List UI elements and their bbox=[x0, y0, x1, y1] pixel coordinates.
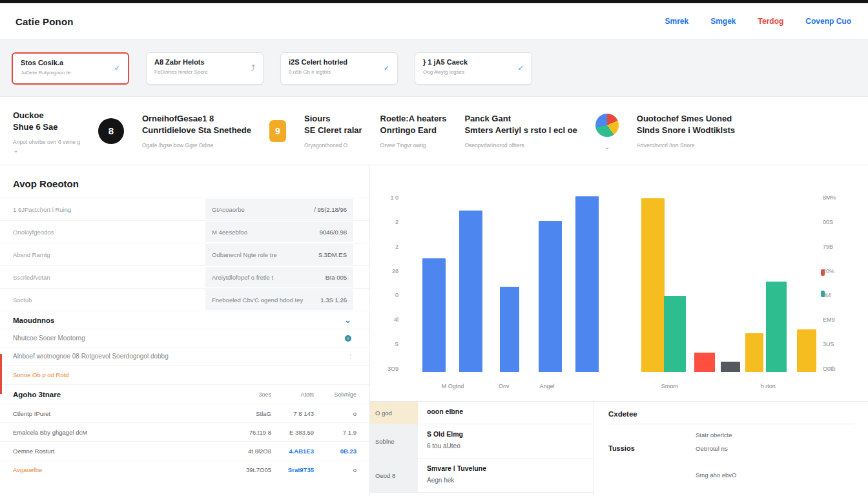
feature-icon-item: ⌄ bbox=[595, 114, 619, 149]
y-tick-label: 2 bbox=[377, 219, 398, 225]
feature-title: Slnds Snore i Wodtiklsts bbox=[637, 125, 735, 136]
table-row: Emalcela Bby ghgagel dcM76.t19 8E 383.59… bbox=[0, 422, 369, 441]
stat-card[interactable]: Stos Cosik.aJuDete Rutymgnon te✓ bbox=[12, 52, 129, 85]
table-cell[interactable]: 4.AB1E3 bbox=[271, 448, 314, 455]
chevron-down-icon[interactable]: ⌄ bbox=[344, 318, 351, 323]
report-row-label: Absnd Ramtg bbox=[0, 243, 205, 265]
table-cell: 76.t19 8 bbox=[229, 429, 271, 436]
y-tick-label: S bbox=[377, 341, 398, 347]
accordion-row[interactable]: Alnboef wrotnognoe 08 Rotgoevol Soerdogn… bbox=[0, 347, 369, 365]
right-tick-label: 00S bbox=[823, 219, 849, 225]
feature-caption: Osenpvdw/inorod ofhers bbox=[464, 142, 577, 149]
check-icon: ✓ bbox=[518, 64, 524, 72]
feature-title: Roetle:A heaters bbox=[380, 113, 447, 125]
accordion-row[interactable]: Nhutcoe Sooer Mootorng bbox=[0, 329, 369, 347]
schedule-key: Oeod 8 bbox=[370, 459, 418, 492]
report-row-name: Fneboeled Cbv'C ogend hdod tey bbox=[212, 296, 303, 304]
y-tick-label: 28 bbox=[377, 268, 398, 274]
feature-title: OrneihofGesae1 8 bbox=[142, 113, 251, 125]
stats-table-columns: 3oesAtotsSolvnlge bbox=[229, 391, 356, 398]
stats-table: Agoho 3tnare 3oesAtotsSolvnlge Ctlentp I… bbox=[0, 384, 369, 479]
pie-chart-icon[interactable] bbox=[595, 114, 619, 137]
more-icon[interactable]: : bbox=[349, 353, 351, 360]
table-row: Ctlentp IPuretStlaG7 8 143o bbox=[0, 404, 369, 422]
chevron-down-icon[interactable]: ⌄ bbox=[13, 148, 80, 152]
schedule-line: S Old Elmg bbox=[427, 430, 584, 438]
column-header: Atots bbox=[271, 391, 314, 398]
schedule-row: O godooon elbne bbox=[370, 402, 594, 424]
app-title: Catie Ponon bbox=[16, 16, 74, 27]
y-tick-label: 2 bbox=[377, 243, 398, 250]
report-row-value: 1.3S 1.26 bbox=[320, 296, 347, 304]
bar-chart: 1 0222804lS3O9 8M%00S79B20%0t4EM93USO0tb… bbox=[370, 165, 868, 401]
nav-link[interactable]: Smgek bbox=[710, 17, 736, 26]
right-area: 1 0222804lS3O9 8M%00S79B20%0t4EM93USO0tb… bbox=[370, 165, 868, 496]
feature-icon-item: 8 bbox=[98, 118, 124, 144]
nav-link[interactable]: Smrek bbox=[665, 17, 688, 26]
schedule-line: ooon elbne bbox=[427, 408, 584, 415]
accordion-label: Nhutcoe Sooer Mootorng bbox=[13, 335, 85, 342]
details-lines: Statr oberlcteOetrrotel ns bbox=[696, 431, 854, 452]
chart-x-labels: M OgtndOnvAngelSmornh rton bbox=[404, 383, 813, 391]
nav-link[interactable]: Covenp Cuo bbox=[805, 17, 851, 26]
table-cell: 4t 8l2O8 bbox=[229, 448, 271, 455]
table-row-label: Emalcela Bby ghgagel dcM bbox=[13, 429, 229, 436]
stat-card[interactable]: A8 Zabr HelotsFeDintres hinder Spere⤴ bbox=[146, 52, 264, 85]
stats-table-header: Agoho 3tnare 3oesAtotsSolvnlge bbox=[0, 384, 369, 404]
accordion-label: Maoudnnos bbox=[13, 316, 55, 324]
nav-link[interactable]: Terdog bbox=[758, 17, 784, 26]
accordion-row[interactable]: Maoudnnos⌄ bbox=[0, 311, 369, 329]
right-tick-label: 3US bbox=[823, 341, 849, 347]
chart-bar bbox=[575, 196, 599, 372]
feature-title: Panck Gant bbox=[464, 113, 577, 125]
features-row: OuckoeShue 6 SaeAnpot ohvrbe ovrr 6 vvin… bbox=[0, 97, 868, 165]
schedule-row: SoblneS Old Elmg6 tou aUteo bbox=[370, 424, 594, 459]
table-row: Oemne Rosturt4t 8l2O84.AB1E30B.23 bbox=[0, 441, 369, 460]
report-row-name: Areiytdlofopef o fretle t bbox=[212, 274, 273, 281]
chart-bar bbox=[797, 329, 816, 372]
chart-bar bbox=[500, 287, 519, 372]
feature-title: Shue 6 Sae bbox=[13, 121, 80, 133]
feature-title: Smters Aertiyl s rsto l ecl oe bbox=[464, 125, 577, 136]
table-cell[interactable]: Srat9T35 bbox=[271, 466, 314, 473]
feature-title: SE Cleret ralar bbox=[304, 125, 362, 136]
report-row-name: Odbanecnl Ngte role tre bbox=[212, 251, 277, 258]
column-header: Solvnlge bbox=[314, 391, 356, 398]
stats-table-title: Agoho 3tnare bbox=[13, 391, 229, 398]
stat-card-text: A8 Zabr HelotsFeDintres hinder Spere bbox=[154, 58, 208, 79]
schedule-key: Soblne bbox=[370, 424, 418, 458]
feature-item: OuckoeShue 6 SaeAnpot ohvrbe ovrr 6 vvin… bbox=[13, 110, 80, 151]
stat-card-subtitle: 0.u5b Gb lr legtbls bbox=[289, 69, 347, 75]
stat-card[interactable]: } 1 jA5 CaeckOog Awytg legses✓ bbox=[415, 52, 532, 85]
chart-bar bbox=[745, 333, 763, 373]
stats-table-body: Ctlentp IPuretStlaG7 8 143oEmalcela Bby … bbox=[0, 404, 369, 479]
table-cell[interactable]: 0B.23 bbox=[314, 448, 356, 455]
y-tick-label: 0 bbox=[377, 292, 398, 298]
report-row: Absnd RamtgOdbanecnl Ngte role treS.3DM.… bbox=[0, 243, 369, 265]
header: Catie Ponon SmrekSmgekTerdogCovenp Cuo bbox=[0, 3, 868, 40]
chart-bar bbox=[721, 362, 740, 373]
feature-caption: Anpot ohvrbe ovrr 6 vvine g bbox=[13, 139, 80, 145]
report-row-value-box: Fneboeled Cbv'C ogend hdod tey1.3S 1.26 bbox=[205, 289, 353, 310]
accordion-label: Alnboef wrotnognoe 08 Rotgoevol Soerdogn… bbox=[13, 353, 169, 360]
chevron-down-icon[interactable]: ⌄ bbox=[604, 145, 610, 149]
x-axis-label: h rton bbox=[761, 383, 776, 389]
share-icon: ⤴ bbox=[251, 63, 256, 73]
stat-card[interactable]: i2S Celert hotrled0.u5b Gb lr legtbls✓ bbox=[280, 52, 398, 85]
report-row-value: Bra 005 bbox=[326, 274, 347, 281]
details-panel: Cxdetee Tussios Statr oberlcteOetrrotel … bbox=[594, 402, 868, 496]
alert-link[interactable]: Sonoe Ob p od Rotd bbox=[0, 365, 369, 384]
table-row: Avgaoefbe39t.7O05Srat9T35o bbox=[0, 460, 369, 479]
x-axis-label: M Ogtnd bbox=[442, 383, 464, 389]
yellow-badge-icon[interactable]: 9 bbox=[269, 120, 286, 142]
chart-right-axis: 8M%00S79B20%0t4EM93USO0tb bbox=[823, 194, 849, 372]
chart-y-axis: 1 0222804lS3O9 bbox=[377, 194, 398, 372]
main-content: Avop Roeoton 1 6JPactchort l RuingGtAcoa… bbox=[0, 165, 868, 496]
feature-item: Ouotochef Smes UonedSlnds Snore i Wodtik… bbox=[637, 113, 735, 148]
feature-title: Cunrtidielove Sta Snethede bbox=[142, 125, 251, 136]
right-tick-label: O0tb bbox=[823, 366, 849, 372]
dark-circle-icon[interactable]: 8 bbox=[98, 118, 124, 144]
report-row-label: 1 6JPactchort l Ruing bbox=[0, 198, 205, 220]
feature-title: Onrtingo Eard bbox=[380, 125, 447, 136]
report-panel: Avop Roeoton 1 6JPactchort l RuingGtAcoa… bbox=[0, 165, 370, 496]
